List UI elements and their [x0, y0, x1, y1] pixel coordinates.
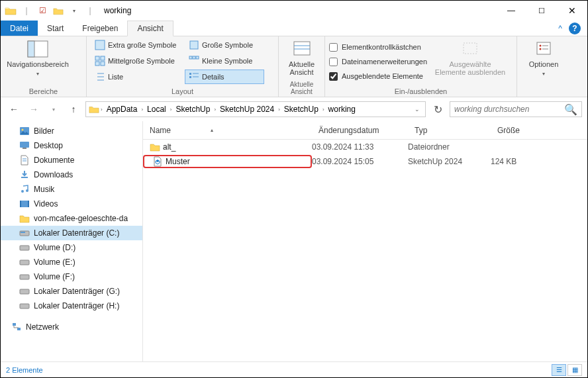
layout-list[interactable]: Liste	[91, 70, 183, 84]
svg-rect-37	[20, 201, 21, 207]
svg-rect-1	[28, 41, 34, 57]
svg-rect-18	[294, 42, 310, 55]
view-thumbnails-button[interactable]: ▦	[567, 364, 582, 376]
layout-xl[interactable]: Extra große Symbole	[91, 38, 183, 52]
qat-new-folder-icon[interactable]	[51, 3, 66, 18]
chevron-down-icon: ▾	[542, 71, 545, 77]
tab-start[interactable]: Start	[38, 21, 73, 36]
svg-point-28	[22, 129, 24, 131]
file-modified: 03.09.2024 15:05	[312, 157, 408, 166]
svg-rect-46	[13, 323, 16, 326]
tree-item[interactable]: Volume (D:)	[1, 240, 142, 255]
file-row[interactable]: Muster03.09.2024 15:05SketchUp 2024124 K…	[143, 154, 587, 169]
tree-item[interactable]: Bilder	[1, 124, 142, 138]
minimize-button[interactable]: —	[496, 1, 526, 21]
search-box[interactable]: 🔍	[450, 101, 582, 117]
tree-item[interactable]: Musik	[1, 182, 142, 197]
tree-item[interactable]: Videos	[1, 197, 142, 211]
tree-item[interactable]: Lokaler Datenträger (G:)	[1, 284, 142, 299]
tree-item[interactable]: Downloads	[1, 167, 142, 182]
crumb-4[interactable]: SketchUp	[281, 105, 321, 114]
tree-item-label: Bilder	[34, 126, 54, 136]
chevron-down-icon: ▾	[36, 71, 39, 77]
tree-item-network[interactable]: Netzwerk	[1, 320, 142, 334]
tree-item-label: Desktop	[34, 141, 63, 150]
status-item-count: 2 Elemente	[6, 366, 43, 374]
navigation-pane-label: Navigationsbereich	[7, 60, 69, 68]
crumb-0[interactable]: AppData	[104, 105, 140, 114]
tree-item[interactable]: Desktop	[1, 138, 142, 153]
svg-rect-3	[190, 41, 198, 49]
tab-view[interactable]: Ansicht	[127, 21, 173, 36]
chk-hidden-items[interactable]: Ausgeblendete Elemente	[329, 70, 427, 83]
tree-item-label: Volume (E:)	[34, 258, 75, 267]
file-name: Muster	[166, 157, 190, 166]
layout-details[interactable]: Details	[185, 70, 264, 84]
close-button[interactable]: ✕	[557, 1, 587, 21]
svg-rect-4	[95, 56, 99, 60]
tab-share[interactable]: Freigeben	[73, 21, 127, 36]
navigation-pane-button[interactable]: Navigationsbereich ▾	[5, 38, 71, 77]
tree-item[interactable]: von-mcafee-geloeschte-da	[1, 211, 142, 226]
tree-item[interactable]: Dokumente	[1, 153, 142, 167]
nav-back-button[interactable]: ←	[6, 101, 22, 117]
svg-rect-40	[21, 232, 25, 233]
svg-point-23	[540, 45, 542, 47]
breadcrumb-dropdown-icon[interactable]: ⌄	[415, 106, 422, 113]
svg-rect-14	[189, 73, 191, 75]
chk-file-extensions[interactable]: Dateinamenerweiterungen	[329, 55, 427, 68]
search-icon[interactable]: 🔍	[564, 103, 577, 116]
svg-rect-5	[101, 56, 105, 60]
qat-dropdown-icon[interactable]: ▾	[67, 3, 81, 18]
col-modified[interactable]: Änderungsdatum	[312, 126, 408, 135]
folder-icon	[89, 105, 99, 114]
options-button[interactable]: Optionen ▾	[521, 38, 566, 77]
current-view-button[interactable]: Aktuelle Ansicht	[283, 38, 320, 76]
crumb-3[interactable]: SketchUp 2024	[217, 105, 277, 114]
tree-item-label: Lokaler Datenträger (C:)	[34, 228, 119, 238]
crumb-1[interactable]: Local	[144, 105, 169, 114]
tree-item-label: Lokaler Datenträger (H:)	[34, 301, 119, 310]
col-type[interactable]: Typ	[408, 126, 491, 135]
nav-tree[interactable]: BilderDesktopDokumenteDownloadsMusikVide…	[1, 121, 143, 361]
tree-item-label: Musik	[34, 185, 54, 194]
tree-item[interactable]: Volume (E:)	[1, 255, 142, 269]
nav-recent-dropdown[interactable]: ▾	[46, 101, 62, 117]
hide-selected-button[interactable]: Ausgewählte Elemente ausblenden	[434, 38, 507, 76]
tree-item-label: Netzwerk	[26, 322, 59, 332]
file-row[interactable]: alt_03.09.2024 11:33Dateiordner	[143, 140, 587, 154]
svg-point-34	[21, 190, 24, 193]
sort-asc-icon: ▴	[211, 127, 213, 133]
window-title: working	[104, 6, 131, 15]
divider-icon: |	[83, 3, 97, 18]
tree-item[interactable]: Volume (F:)	[1, 269, 142, 284]
file-type: Dateiordner	[408, 142, 491, 152]
col-name[interactable]: Name▴	[143, 126, 312, 135]
ribbon-collapse-icon[interactable]: ^	[558, 24, 562, 33]
crumb-2[interactable]: SketchUp	[173, 105, 213, 114]
svg-rect-41	[20, 246, 29, 250]
nav-up-button[interactable]: ↑	[66, 101, 81, 117]
svg-rect-7	[101, 62, 105, 66]
nav-forward-button[interactable]: →	[26, 101, 42, 117]
layout-lg[interactable]: Große Symbole	[185, 38, 264, 52]
layout-sm[interactable]: Kleine Symbole	[185, 54, 264, 68]
svg-rect-6	[95, 62, 99, 66]
crumb-5[interactable]: working	[326, 105, 358, 114]
maximize-button[interactable]: ☐	[526, 1, 557, 21]
svg-rect-22	[537, 42, 550, 54]
refresh-button[interactable]: ↻	[430, 101, 446, 117]
tree-item[interactable]: Lokaler Datenträger (H:)	[1, 299, 142, 313]
col-size[interactable]: Größe	[491, 126, 557, 135]
svg-rect-47	[17, 328, 21, 330]
view-details-button[interactable]: ☰	[552, 364, 566, 376]
svg-rect-10	[196, 56, 199, 59]
help-icon[interactable]: ?	[569, 23, 581, 34]
layout-md[interactable]: Mittelgroße Symbole	[91, 54, 183, 68]
qat-properties-icon[interactable]: ☑	[35, 3, 50, 18]
breadcrumb[interactable]: › AppData› Local› SketchUp› SketchUp 202…	[85, 101, 426, 117]
tree-item[interactable]: Lokaler Datenträger (C:)	[1, 226, 142, 240]
tab-file[interactable]: Datei	[1, 21, 38, 36]
chk-item-checkboxes[interactable]: Elementkontrollkästchen	[329, 40, 427, 54]
search-input[interactable]	[454, 105, 564, 114]
